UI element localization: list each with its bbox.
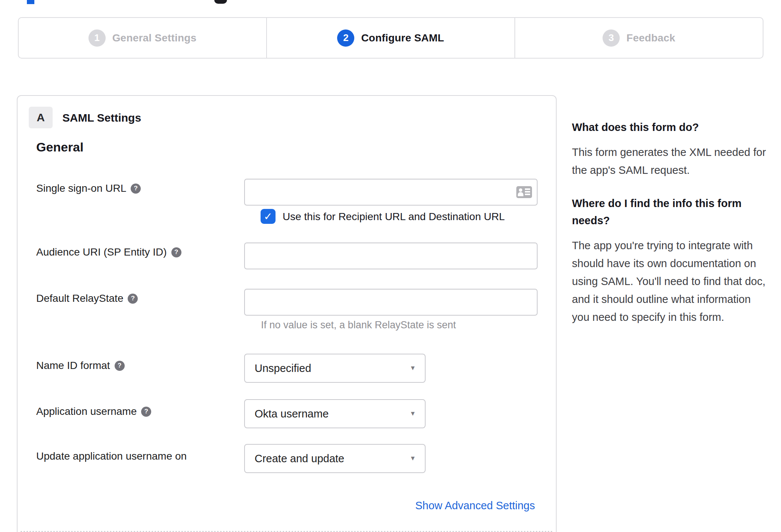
- name-id-format-label-text: Name ID format: [36, 360, 110, 372]
- cropped-blue-logo-fragment: [27, 0, 34, 4]
- update-username-label-text: Update application username on: [36, 450, 187, 462]
- contact-card-body: [518, 192, 523, 196]
- update-username-select[interactable]: Create and update ▼: [244, 444, 426, 473]
- chevron-down-icon: ▼: [410, 455, 416, 462]
- app-username-help-icon[interactable]: ?: [141, 407, 151, 417]
- step-configure-saml[interactable]: 2 Configure SAML: [266, 18, 514, 58]
- step-1-number-badge: 1: [88, 29, 106, 47]
- name-id-format-help-icon[interactable]: ?: [115, 361, 125, 371]
- relay-state-label: Default RelayState ?: [36, 292, 138, 304]
- cropped-dark-icon-fragment: [214, 0, 227, 4]
- relay-state-hint: If no value is set, a blank RelayState i…: [261, 319, 456, 331]
- chevron-down-icon: ▼: [410, 364, 416, 372]
- app-username-label: Application username ?: [36, 406, 151, 417]
- contact-card-head: [519, 188, 522, 192]
- name-id-format-value: Unspecified: [245, 362, 311, 375]
- sso-url-label-text: Single sign-on URL: [36, 182, 126, 194]
- relay-state-help-icon[interactable]: ?: [128, 294, 138, 304]
- relay-state-input[interactable]: [244, 289, 538, 316]
- step-general-settings[interactable]: 1 General Settings: [19, 18, 266, 58]
- app-username-value: Okta username: [245, 408, 329, 420]
- saml-settings-panel: A SAML Settings General Single sign-on U…: [17, 95, 557, 532]
- audience-uri-help-icon[interactable]: ?: [171, 247, 181, 257]
- sso-url-help-icon[interactable]: ?: [131, 184, 141, 194]
- recipient-url-checkbox[interactable]: ✓: [261, 209, 276, 224]
- audience-uri-label-text: Audience URI (SP Entity ID): [36, 246, 167, 258]
- step-3-label: Feedback: [626, 32, 675, 44]
- checkmark-icon: ✓: [264, 210, 272, 223]
- update-username-label: Update application username on: [36, 450, 187, 462]
- help-sidebar: What does this form do? This form genera…: [572, 119, 771, 342]
- audience-uri-label: Audience URI (SP Entity ID) ?: [36, 246, 181, 258]
- sidebar-q1-title: What does this form do?: [572, 119, 771, 136]
- sso-url-input[interactable]: [244, 179, 538, 206]
- group-title-general: General: [36, 140, 84, 154]
- app-username-label-text: Application username: [36, 406, 137, 417]
- saml-setup-wizard-page: { "stepper": { "steps": [ { "number": "1…: [0, 0, 781, 532]
- relay-state-label-text: Default RelayState: [36, 292, 123, 304]
- contact-card-line: [525, 194, 530, 195]
- step-feedback[interactable]: 3 Feedback: [514, 18, 763, 58]
- step-2-label: Configure SAML: [361, 32, 444, 44]
- step-3-number-badge: 3: [603, 29, 620, 47]
- update-username-value: Create and update: [245, 453, 344, 465]
- sidebar-q1-body: This form generates the XML needed for t…: [572, 143, 771, 179]
- recipient-url-checkbox-label[interactable]: Use this for Recipient URL and Destinati…: [283, 211, 505, 223]
- step-2-number-badge: 2: [337, 29, 354, 47]
- chevron-down-icon: ▼: [410, 410, 416, 417]
- section-title: SAML Settings: [62, 112, 141, 124]
- contact-card-line: [525, 191, 530, 193]
- show-advanced-settings-link[interactable]: Show Advanced Settings: [415, 500, 535, 512]
- app-username-select[interactable]: Okta username ▼: [244, 399, 426, 428]
- section-letter-badge: A: [29, 107, 53, 128]
- name-id-format-label: Name ID format ?: [36, 360, 125, 372]
- audience-uri-input[interactable]: [244, 242, 538, 269]
- name-id-format-select[interactable]: Unspecified ▼: [244, 354, 426, 383]
- sidebar-q2-title: Where do I find the info this form needs…: [572, 195, 771, 229]
- step-1-label: General Settings: [112, 32, 197, 44]
- sidebar-q2-body: The app you're trying to integrate with …: [572, 237, 771, 326]
- contact-card-icon[interactable]: [516, 186, 532, 198]
- wizard-stepper: 1 General Settings 2 Configure SAML 3 Fe…: [18, 17, 763, 59]
- contact-card-line: [525, 188, 530, 190]
- sso-url-label: Single sign-on URL ?: [36, 182, 141, 194]
